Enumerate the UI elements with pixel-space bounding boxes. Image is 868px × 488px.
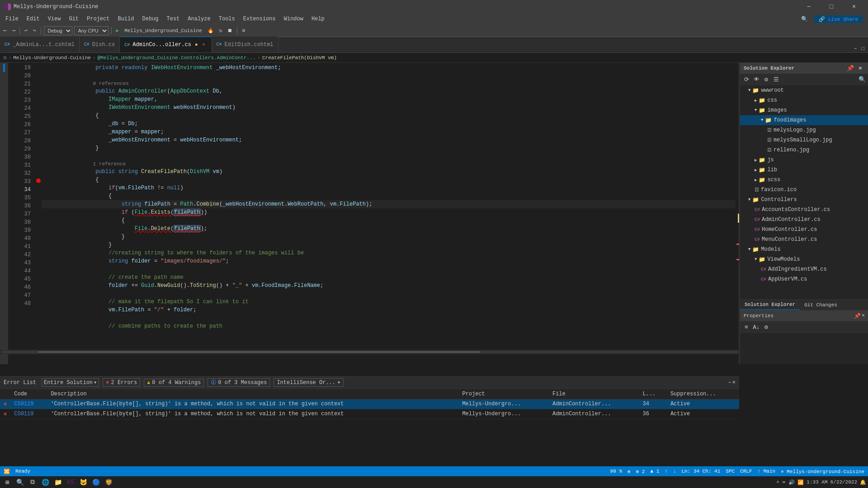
scroll-thumb[interactable] [738, 214, 739, 223]
taskbar-git-icon[interactable]: 🐱 [78, 477, 89, 488]
tree-controllers[interactable]: ▼ 📁 Controllers [740, 195, 868, 205]
error-row-1[interactable]: ⊗ CS0119 'ControllerBase.File(byte[], st… [0, 399, 739, 409]
se-filter-button[interactable]: ⚙ [762, 75, 771, 84]
se-search-button[interactable]: 🔍 [858, 75, 867, 84]
search-icon[interactable]: 🔍 [797, 14, 811, 24]
tree-images[interactable]: ▼ 📁 images [740, 105, 868, 115]
horizontal-scroll-thumb[interactable] [38, 351, 480, 353]
editor-scrollbar[interactable] [0, 350, 739, 354]
tab-collapse-button[interactable]: − [852, 45, 859, 52]
tab-admincontroller[interactable]: C# AdminCo...oller.cs ● × [120, 37, 212, 52]
breakpoint-34[interactable] [36, 178, 41, 183]
prop-pin-button[interactable]: 📌 [854, 313, 861, 319]
intellisense-filter-dropdown[interactable]: IntelliSense Or... ▾ [274, 378, 344, 387]
col-code[interactable]: Code [10, 389, 47, 399]
tree-scss[interactable]: ▶ 📁 scss [740, 175, 868, 185]
menu-edit[interactable]: Edit [23, 14, 43, 24]
prop-settings-button[interactable]: ⚙ [762, 323, 771, 332]
breadcrumb-method[interactable]: CreateFilePath(DishVM vm) [262, 55, 337, 61]
tree-viewmodels[interactable]: ▼ 📁 ViewModels [740, 254, 868, 264]
breadcrumb-namespace[interactable]: @Mellys_Underground_Cuisine.Controllers.… [97, 55, 255, 61]
se-close-button[interactable]: × [856, 64, 865, 73]
prop-categories-button[interactable]: ≡ [742, 323, 751, 332]
tab-close-admincontroller[interactable]: × [201, 42, 207, 48]
undo-button[interactable]: ↩ [23, 27, 29, 34]
taskbar-brave-icon[interactable]: 🦁 [103, 477, 114, 488]
col-line[interactable]: L... [639, 389, 666, 399]
tree-melyssmalllogo[interactable]: 🖼 melysSmallLogo.jpg [740, 135, 868, 145]
misc-buttons[interactable]: ⚙ [240, 27, 247, 34]
col-file[interactable]: File [549, 389, 639, 399]
menu-help[interactable]: Help [308, 14, 328, 24]
platform-dropdown[interactable]: Any CPU [74, 26, 108, 35]
error-scope-dropdown[interactable]: Entire Solution ▾ [42, 378, 99, 387]
taskbar-explorer-icon[interactable]: 📁 [52, 477, 63, 488]
tree-relleno[interactable]: 🖼 relleno.jpg [740, 145, 868, 155]
scroll-indicator[interactable] [736, 63, 739, 364]
tree-js[interactable]: ▶ 📁 js [740, 155, 868, 165]
status-project[interactable]: ⋄ Mellys-Underground-Cuisine [781, 469, 864, 474]
status-zoom-icon[interactable]: ⊕ [627, 469, 631, 474]
errors-filter-button[interactable]: ⊗ 2 Errors [103, 378, 140, 387]
taskbar-chrome-icon[interactable]: 🔵 [90, 477, 101, 488]
debug-mode-dropdown[interactable]: Debug [44, 26, 72, 35]
taskbar-edge-icon[interactable]: 🌐 [40, 477, 51, 488]
tree-favicon[interactable]: 🖼 favicon.ico [740, 185, 868, 195]
menu-window[interactable]: Window [280, 14, 307, 24]
tree-addingredientvm[interactable]: C# AddIngredientVM.cs [740, 264, 868, 274]
prop-close-button[interactable]: × [862, 313, 865, 319]
breadcrumb-project[interactable]: Mellys-Underground-Cuisine [13, 55, 91, 61]
menu-git[interactable]: Git [65, 14, 82, 24]
menu-tools[interactable]: Tools [215, 14, 239, 24]
code-editor[interactable]: private readonly IWebHostEnvironment _we… [42, 63, 736, 364]
tree-accountscontroller[interactable]: C# AccountsController.cs [740, 205, 868, 215]
tab-adminlayout[interactable]: C# _AdminLa...t.cshtml [0, 37, 80, 52]
tree-menucontroller[interactable]: C# MenuController.cs [740, 235, 868, 244]
minimize-button[interactable]: − [798, 0, 819, 14]
tree-appuservm[interactable]: C# AppUserVM.cs [740, 274, 868, 284]
tree-css[interactable]: ▶ 📁 css [740, 95, 868, 105]
se-pin-button[interactable]: 📌 [846, 64, 855, 73]
warnings-filter-button[interactable]: ▲ 0 of 4 Warnings [144, 379, 204, 387]
col-suppression[interactable]: Suppression... [667, 389, 739, 399]
menu-project[interactable]: Project [83, 14, 113, 24]
stop-button[interactable]: ⏹ [226, 27, 234, 34]
menu-file[interactable]: File [2, 14, 22, 24]
tab-editdish[interactable]: C# EditDish.cshtml [212, 37, 278, 52]
redo-button[interactable]: ↪ [31, 27, 38, 34]
taskbar-notification[interactable]: 🔔 [860, 479, 866, 485]
tree-homecontroller[interactable]: C# HomeController.cs [740, 225, 868, 235]
horizontal-scroll-track[interactable] [2, 351, 737, 353]
menu-debug[interactable]: Debug [138, 14, 162, 24]
error-close-button[interactable]: × [732, 380, 736, 386]
taskbar-taskview-button[interactable]: ⧉ [27, 477, 38, 488]
forward-button[interactable]: ⟶ [10, 27, 17, 34]
status-warnings[interactable]: ▲ 1 [650, 469, 659, 474]
back-button[interactable]: ⟵ [2, 27, 9, 34]
tree-foodimages[interactable]: ▼ 📁 foodimages [740, 115, 868, 125]
tree-wwwroot[interactable]: ▼ 📁 wwwroot [740, 85, 868, 95]
error-row-2[interactable]: ⊗ CS0119 'ControllerBase.File(byte[], st… [0, 409, 739, 419]
tree-admincontroller[interactable]: C# AdminController.cs [740, 215, 868, 225]
close-button[interactable]: × [844, 0, 864, 14]
menu-extensions[interactable]: Extensions [240, 14, 279, 24]
se-tab-git-changes[interactable]: Git Changes [800, 300, 842, 310]
se-show-all-button[interactable]: 👁 [752, 75, 761, 84]
tree-lib[interactable]: ▶ 📁 lib [740, 165, 868, 175]
tab-dish[interactable]: C# Dish.cs [80, 37, 120, 52]
menu-test[interactable]: Test [163, 14, 184, 24]
col-description[interactable]: Description [47, 389, 458, 399]
maximize-button[interactable]: □ [821, 0, 842, 14]
error-collapse-button[interactable]: − [728, 380, 731, 386]
live-share-button[interactable]: 🔗 Live Share [814, 15, 863, 23]
se-view-button[interactable]: ☰ [772, 75, 781, 84]
col-project[interactable]: Project [458, 389, 549, 399]
prop-alpha-button[interactable]: A↓ [752, 323, 761, 332]
tab-expand-button[interactable]: □ [859, 45, 866, 52]
se-sync-button[interactable]: ⟳ [742, 75, 751, 84]
restart-button[interactable]: ↻ [217, 27, 224, 34]
taskbar-vs-icon[interactable]: VS [65, 477, 76, 488]
menu-build[interactable]: Build [114, 14, 137, 24]
hot-reload-button[interactable]: 🔥 [206, 27, 216, 34]
messages-filter-button[interactable]: 🛈 0 of 3 Messages [208, 378, 270, 387]
